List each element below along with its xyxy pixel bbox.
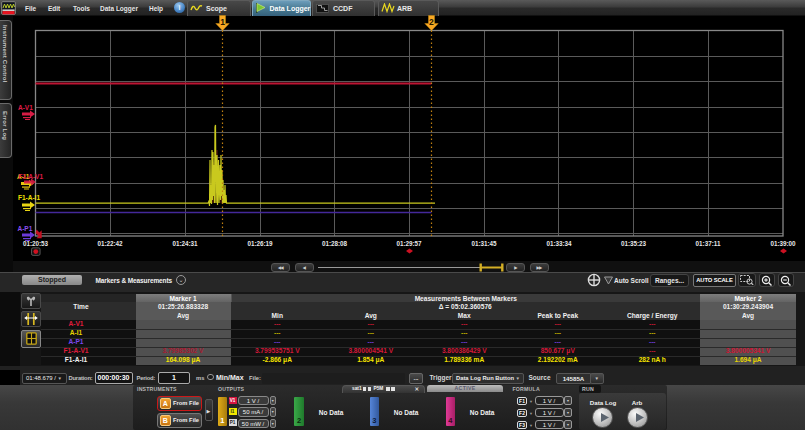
svg-text:2: 2 bbox=[429, 17, 434, 27]
svg-text:1: 1 bbox=[220, 17, 225, 27]
